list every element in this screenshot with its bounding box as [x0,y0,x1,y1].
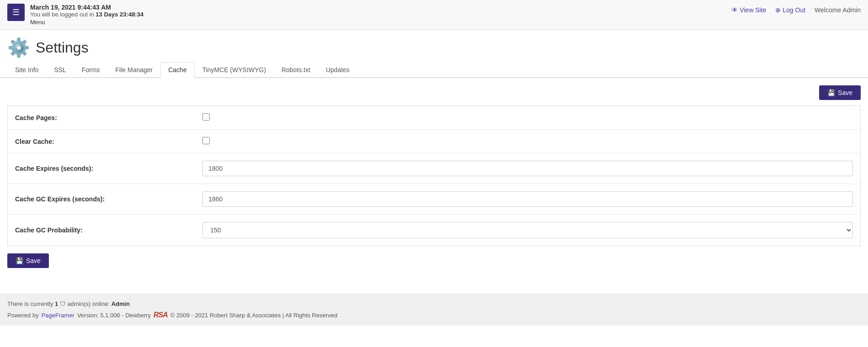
cache-gc-expires-value [195,184,860,215]
main-content: 💾 Save Cache Pages: Clear Cache: Ca [0,78,868,275]
cache-pages-label: Cache Pages: [8,106,196,130]
header-info: March 19, 2021 9:44:43 AM You will be lo… [30,4,143,26]
cache-expires-input[interactable] [202,161,853,176]
cache-gc-probability-value: 150 100 200 50 [195,215,860,246]
cache-expires-row: Cache Expires (seconds): [8,153,861,184]
header: ☰ March 19, 2021 9:44:43 AM You will be … [0,0,868,30]
logout-icon: ⊕ [775,6,781,14]
cache-gc-probability-row: Cache GC Probability: 150 100 200 50 [8,215,861,246]
tab-tinymce[interactable]: TinyMCE (WYSIWYG) [195,62,274,78]
menu-icon[interactable]: ☰ [7,4,25,21]
cache-pages-value [195,106,860,130]
cache-pages-checkbox[interactable] [202,113,210,121]
welcome-text: Welcome Admin [815,6,861,14]
footer-credits: Powered by PageFramer Version: 5.1.006 -… [7,311,861,319]
tab-ssl[interactable]: SSL [46,62,74,78]
logout-warning: You will be logged out in 13 Days 23:48:… [30,11,143,18]
tab-file-manager[interactable]: File Manager [108,62,161,78]
clear-cache-row: Clear Cache: [8,130,861,153]
view-site-link[interactable]: View Site [731,6,766,14]
logout-link[interactable]: ⊕ Log Out [775,6,805,14]
rsa-logo: RSA [153,311,168,319]
tabs-bar: Site Info SSL Forms File Manager Cache T… [0,62,868,78]
cache-pages-row: Cache Pages: [8,106,861,130]
cache-gc-probability-label: Cache GC Probability: [8,215,196,246]
save-icon-top: 💾 [827,89,835,96]
cache-expires-value [195,153,860,184]
header-right: View Site ⊕ Log Out Welcome Admin [731,6,861,14]
eye-icon [731,6,738,14]
header-left: ☰ March 19, 2021 9:44:43 AM You will be … [7,4,143,26]
cache-gc-probability-select[interactable]: 150 100 200 50 [202,222,853,238]
tab-cache[interactable]: Cache [160,62,194,78]
save-icon-bottom: 💾 [16,257,23,264]
tab-updates[interactable]: Updates [318,62,357,78]
save-button-top[interactable]: 💾 Save [819,85,861,100]
tab-site-info[interactable]: Site Info [7,62,46,78]
clear-cache-label: Clear Cache: [8,130,196,153]
toolbar-bottom: 💾 Save [7,253,861,268]
page-title: Settings [36,39,89,56]
cache-expires-label: Cache Expires (seconds): [8,153,196,184]
clear-cache-checkbox[interactable] [202,137,210,144]
cache-gc-expires-input[interactable] [202,191,853,207]
tab-robots[interactable]: Robots.txt [274,62,318,78]
footer: There is currently 1 🛡 admin(s) online: … [0,294,868,326]
online-admin: Admin [111,300,130,307]
cache-form: Cache Pages: Clear Cache: Cache Expires … [7,105,861,246]
online-count: 1 [55,300,58,307]
tab-forms[interactable]: Forms [74,62,108,78]
clear-cache-value [195,130,860,153]
datetime-text: March 19, 2021 9:44:43 AM [30,4,143,11]
header-datetime: March 19, 2021 9:44:43 AM You will be lo… [30,4,143,18]
menu-label: Menu [30,19,143,26]
settings-gear-icon: ⚙️ [7,37,30,58]
save-button-bottom[interactable]: 💾 Save [7,253,49,268]
footer-online: There is currently 1 🛡 admin(s) online: … [7,300,861,307]
cache-gc-expires-row: Cache GC Expires (seconds): [8,184,861,215]
toolbar-top: 💾 Save [7,85,861,100]
logout-time: 13 Days 23:48:34 [95,11,143,18]
shield-icon: 🛡 [60,300,66,307]
cache-gc-expires-label: Cache GC Expires (seconds): [8,184,196,215]
page-title-area: ⚙️ Settings [0,30,868,62]
pageframer-link[interactable]: PageFramer [42,312,74,319]
